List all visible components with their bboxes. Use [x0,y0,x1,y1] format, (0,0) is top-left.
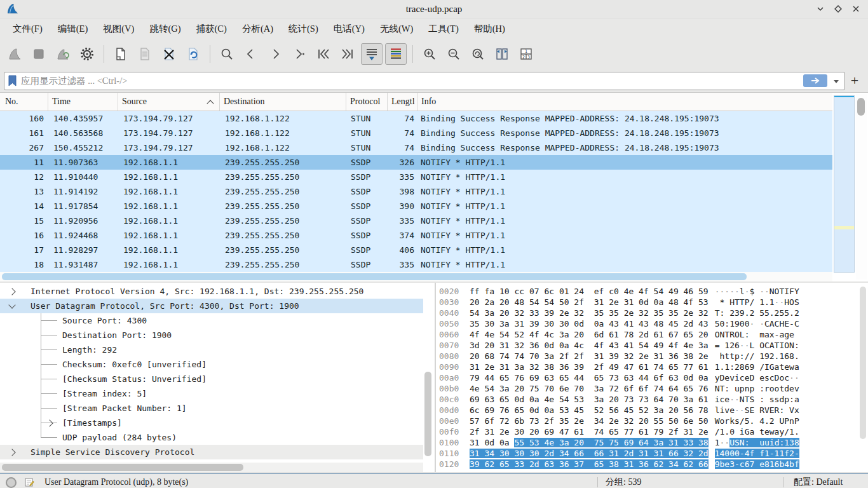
menu-item-statistics[interactable]: 统计(S) [281,21,326,37]
colorize-button[interactable] [385,43,407,65]
column-header-no[interactable]: No. [0,93,48,111]
status-profile[interactable]: 配置: Default [794,474,843,488]
hex-row[interactable]: 009031 2e 31 3a 32 38 36 39 2f 49 47 61 … [436,362,799,372]
find-packet-button[interactable] [216,43,238,65]
detail-vertical-scrollbar-thumb[interactable] [424,372,431,456]
hex-vertical-scrollbar-thumb[interactable] [860,287,866,439]
open-file-button[interactable] [110,43,132,65]
column-header-length[interactable]: Lengtl [388,93,417,111]
packet-row[interactable]: 1311.914192192.168.1.1239.255.255.250SSD… [0,184,832,199]
hex-row[interactable]: 00703d 20 31 32 36 0d 0a 4c 4f 43 41 54 … [436,340,799,351]
packet-list-vertical-scrollbar[interactable] [856,94,867,280]
menu-item-telephony[interactable]: 电话(Y) [326,21,372,37]
collapse-icon[interactable] [8,301,15,308]
detail-row[interactable]: Destination Port: 1900 [0,328,423,342]
detail-row[interactable]: Length: 292 [0,342,423,357]
column-header-protocol[interactable]: Protocol [346,93,388,111]
hex-row[interactable]: 005035 30 3a 31 39 30 30 0d 0a 43 41 43 … [436,318,799,329]
detail-row[interactable]: [Stream Packet Number: 1] [0,401,423,416]
hex-row[interactable]: 0020ff fa 10 cc 07 6c 01 24 ef c0 4e 4f … [436,286,799,297]
maximize-icon[interactable] [834,4,843,13]
go-back-button[interactable] [240,43,262,65]
packet-row[interactable]: 1611.924468192.168.1.1239.255.255.250SSD… [0,228,832,243]
expert-info-icon[interactable] [6,477,17,488]
menu-item-wireless[interactable]: 无线(W) [372,21,421,37]
packet-row[interactable]: 1111.907363192.168.1.1239.255.255.250SSD… [0,155,832,170]
bookmark-icon[interactable] [8,75,17,86]
packet-row[interactable]: 1211.910440192.168.1.1239.255.255.250SSD… [0,170,832,184]
column-header-info[interactable]: Info [417,93,832,111]
menu-item-analyze[interactable]: 分析(A) [234,21,281,37]
go-last-button[interactable] [337,43,358,65]
hex-row[interactable]: 012039 62 65 33 2d 63 36 37 65 38 31 36 … [436,459,799,470]
column-header-time[interactable]: Time [48,93,118,111]
menu-item-view[interactable]: 视图(V) [95,21,142,37]
auto-scroll-button[interactable] [361,43,383,65]
display-filter-input[interactable]: 应用显示过滤器 ... <Ctrl-/> [4,72,845,90]
go-forward-button[interactable] [264,43,286,65]
zoom-out-button[interactable] [443,43,465,65]
packet-row[interactable]: 1711.928297192.168.1.1239.255.255.250SSD… [0,243,832,257]
hex-row[interactable]: 00f02f 31 2e 30 20 69 47 61 74 65 77 61 … [436,426,799,437]
menu-item-go[interactable]: 跳转(G) [142,21,188,37]
packet-row[interactable]: 160140.435957173.194.79.127192.168.1.122… [0,111,832,126]
column-header-source[interactable]: Source [118,93,220,111]
detail-row[interactable]: [Stream index: 5] [0,386,423,401]
packet-list-horizontal-scrollbar[interactable] [0,272,832,281]
add-filter-button[interactable]: + [845,71,864,90]
packet-row[interactable]: 267150.455212173.194.79.127192.168.1.122… [0,140,832,155]
detail-row[interactable]: Simple Service Discovery Protocol [0,445,423,459]
minimize-icon[interactable] [816,4,825,13]
packet-row[interactable]: 161140.563568173.194.79.127192.168.1.122… [0,126,832,140]
capture-comment-icon[interactable] [24,477,34,487]
packet-list-minimap[interactable] [834,95,855,273]
restart-capture-button[interactable] [52,43,74,65]
packet-row[interactable]: 1811.931487192.168.1.1239.255.255.250SSD… [0,257,832,272]
menu-item-tools[interactable]: 工具(T) [421,21,466,37]
capture-options-button[interactable] [76,43,98,65]
scrollbar-thumb[interactable] [2,273,747,280]
zoom-reset-button[interactable] [467,43,489,65]
hex-row[interactable]: 00604f 4e 54 52 4f 4c 3a 20 6d 61 78 2d … [436,329,799,340]
detail-row[interactable]: [Checksum Status: Unverified] [0,372,423,386]
hex-row[interactable]: 00b04e 54 3a 20 75 70 6e 70 3a 72 6f 6f … [436,383,799,394]
go-first-button[interactable] [313,43,334,65]
packet-row[interactable]: 1411.917854192.168.1.1239.255.255.250SSD… [0,199,832,214]
reload-file-button[interactable] [182,43,204,65]
scrollbar-thumb[interactable] [2,464,243,471]
detail-row[interactable]: UDP payload (284 bytes) [0,430,423,445]
scrollbar-thumb[interactable] [857,98,865,116]
packet-row[interactable]: 1511.920956192.168.1.1239.255.255.250SSD… [0,214,832,228]
menu-item-help[interactable]: 帮助(H) [466,21,513,37]
close-file-button[interactable] [158,43,180,65]
detail-row[interactable]: User Datagram Protocol, Src Port: 4300, … [0,299,423,313]
hex-row[interactable]: 00d06c 69 76 65 0d 0a 53 45 52 56 45 52 … [436,405,799,416]
hex-row[interactable]: 011031 34 30 30 30 2d 34 66 66 31 2d 31 … [436,448,799,459]
detail-row[interactable]: Internet Protocol Version 4, Src: 192.16… [0,284,423,299]
menu-item-capture[interactable]: 捕获(C) [189,21,234,37]
expand-icon[interactable] [8,449,15,456]
close-icon[interactable] [851,4,860,13]
detail-row[interactable]: Source Port: 4300 [0,313,423,328]
hex-row[interactable]: 010031 0d 0a 55 53 4e 3a 20 75 75 69 64 … [436,437,799,448]
apply-filter-button[interactable] [803,74,827,87]
filter-dropdown-caret[interactable] [834,80,839,83]
numbered-columns-button[interactable]: 123 [515,43,537,65]
hex-row[interactable]: 008020 68 74 74 70 3a 2f 2f 31 39 32 2e … [436,351,799,362]
detail-row[interactable]: Checksum: 0xefc0 [unverified] [0,357,423,372]
menu-item-edit[interactable]: 编辑(E) [50,21,96,37]
expand-icon[interactable] [8,288,15,295]
zoom-in-button[interactable] [419,43,440,65]
save-file-button[interactable] [134,43,156,65]
fit-columns-button[interactable] [491,43,513,65]
hex-row[interactable]: 004054 3a 20 32 33 39 2e 32 35 35 2e 32 … [436,308,799,318]
detail-row[interactable]: [Timestamps] [0,416,423,430]
hex-row[interactable]: 00c069 63 65 0d 0a 4e 54 53 3a 20 73 73 … [436,394,799,405]
menu-item-file[interactable]: 文件(F) [5,21,50,37]
column-header-destination[interactable]: Destination [220,93,346,111]
detail-horizontal-scrollbar[interactable] [0,463,423,472]
hex-row[interactable]: 00e057 6f 72 6b 73 2f 35 2e 34 2e 32 20 … [436,416,799,426]
start-capture-button[interactable] [4,43,25,65]
hex-row[interactable]: 00a079 44 65 76 69 63 65 44 65 73 63 44 … [436,372,799,383]
go-to-packet-button[interactable] [288,43,310,65]
